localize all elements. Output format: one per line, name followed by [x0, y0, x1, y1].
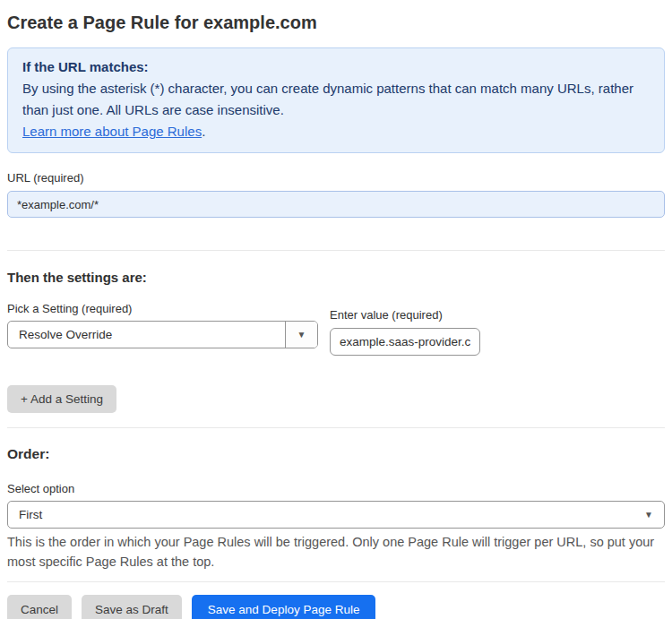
learn-more-link[interactable]: Learn more about Page Rules	[22, 124, 202, 139]
setting-value-label: Enter value (required)	[330, 308, 480, 322]
footer-buttons: Cancel Save as Draft Save and Deploy Pag…	[7, 595, 665, 619]
divider	[7, 581, 665, 582]
setting-picker-label: Pick a Setting (required)	[7, 302, 318, 316]
info-banner-heading: If the URL matches:	[22, 56, 650, 78]
setting-picker-selected-value: Resolve Override	[8, 322, 285, 348]
chevron-down-icon: ▼	[644, 511, 653, 520]
url-match-info-banner: If the URL matches: By using the asteris…	[7, 47, 665, 153]
info-banner-link-line: Learn more about Page Rules.	[22, 121, 650, 142]
page-title: Create a Page Rule for example.com	[7, 12, 665, 33]
save-draft-button[interactable]: Save as Draft	[82, 595, 182, 619]
setting-picker-column: Pick a Setting (required) Resolve Overri…	[7, 302, 318, 356]
url-input[interactable]	[7, 191, 665, 218]
setting-value-column: Enter value (required)	[330, 302, 480, 356]
settings-row: Pick a Setting (required) Resolve Overri…	[7, 302, 665, 356]
order-help-text: This is the order in which your Page Rul…	[7, 532, 665, 572]
divider	[7, 250, 665, 251]
add-setting-button[interactable]: + Add a Setting	[7, 385, 116, 413]
cancel-button[interactable]: Cancel	[7, 595, 72, 619]
order-section-heading: Order:	[7, 446, 665, 462]
setting-picker-select[interactable]: Resolve Override ▼	[7, 321, 318, 348]
setting-value-input[interactable]	[330, 328, 480, 356]
url-field-label: URL (required)	[7, 171, 665, 185]
chevron-down-icon: ▼	[297, 331, 306, 340]
order-select[interactable]: First ▼	[7, 501, 665, 529]
settings-section-heading: Then the settings are:	[7, 270, 665, 286]
save-deploy-button[interactable]: Save and Deploy Page Rule	[192, 595, 376, 619]
setting-picker-arrow-button[interactable]: ▼	[285, 322, 317, 348]
divider	[7, 427, 665, 428]
order-select-label: Select option	[7, 482, 665, 496]
info-banner-body: By using the asterisk (*) character, you…	[22, 78, 650, 121]
order-selected-value: First	[19, 508, 42, 521]
link-suffix: .	[202, 124, 205, 139]
page-rule-form: Create a Page Rule for example.com If th…	[0, 12, 672, 619]
